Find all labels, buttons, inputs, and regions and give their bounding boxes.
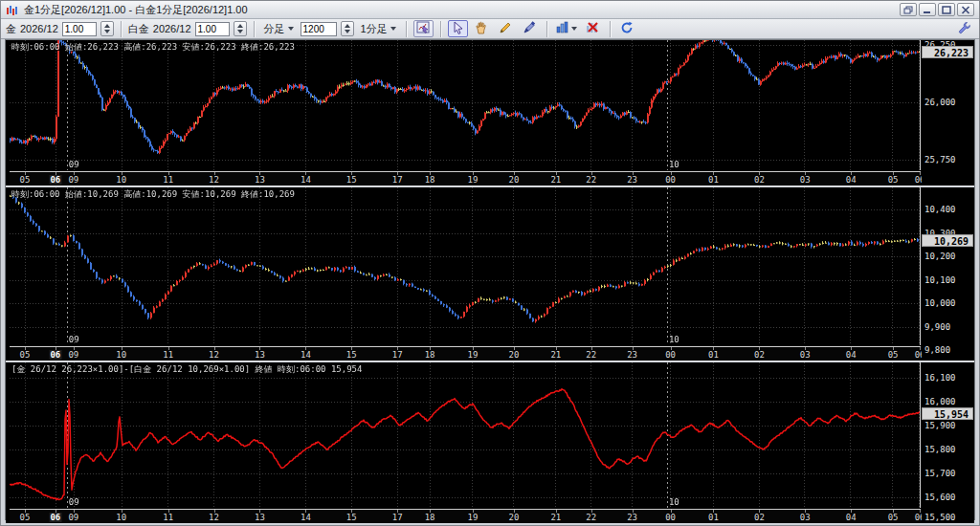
gold-time-axis[interactable]: 0506091011121314151718192021222300010203… — [10, 171, 921, 186]
time-axis-label: 02 — [754, 350, 765, 360]
toolbar: 金 2026/12 白金 2026/12 分足 1分足 — [1, 19, 979, 39]
last-price-badge: 26,223 — [922, 46, 973, 58]
time-axis-label: 18 — [425, 175, 435, 185]
marker-icon — [523, 21, 536, 37]
time-axis-label: 05 — [888, 513, 899, 522]
toolbar-separator — [121, 21, 122, 37]
price-axis-label: 10,100 — [924, 275, 956, 285]
toolbar-separator — [406, 21, 407, 37]
spread-line-canvas[interactable] — [10, 362, 920, 508]
time-axis-label: 11 — [163, 175, 173, 185]
bar-type-dropdown[interactable]: 分足 — [261, 21, 297, 37]
time-axis-label: 04 — [846, 175, 857, 185]
hand-icon — [475, 21, 488, 37]
minimize-button[interactable] — [919, 3, 936, 16]
time-axis-label: 17 — [392, 513, 403, 522]
time-axis-label: 21 — [550, 513, 561, 522]
time-axis-label: 01 — [708, 513, 719, 522]
timeframe-dropdown[interactable]: 1分足 — [358, 21, 399, 37]
gold-contract-label: 2026/12 — [20, 23, 58, 34]
time-axis-label: 13 — [255, 175, 265, 185]
close-button[interactable] — [957, 3, 974, 16]
time-axis-label: 10 — [116, 175, 126, 185]
toolbar-separator — [254, 21, 255, 37]
bar-count-input[interactable] — [301, 22, 337, 36]
last-price-badge: 10,269 — [922, 234, 973, 247]
time-axis-label: 10 — [116, 513, 126, 522]
gold-candlestick-canvas[interactable] — [10, 40, 920, 170]
platinum-candlestick-canvas[interactable] — [10, 187, 920, 345]
price-axis-label: 15,700 — [924, 469, 956, 478]
gold-chart-panel: 時刻:06:00 始値:26,223 高値:26,223 安値:26,223 終… — [6, 40, 974, 186]
time-axis-label: 19 — [468, 350, 479, 360]
time-axis-label: 00 — [665, 513, 676, 522]
region-zoom-button[interactable] — [413, 20, 434, 37]
platinum-symbol-label: 白金 — [128, 22, 149, 36]
chart-window: 金1分足[2026/12]1.00 - 白金1分足[2026/12]1.00 金… — [0, 0, 980, 526]
chart-style-button[interactable] — [554, 20, 579, 37]
time-axis-label: 09 — [68, 350, 78, 360]
gold-info-line: 時刻:06:00 始値:26,223 高値:26,223 安値:26,223 終… — [11, 41, 295, 54]
time-axis-label: 23 — [627, 350, 637, 360]
platinum-time-axis[interactable]: 0506091011121314151718192021222300010203… — [10, 346, 921, 361]
spread-price-axis[interactable]: 16,10016,00015,90015,80015,70015,60015,5… — [922, 362, 974, 523]
platinum-multiplier-input[interactable] — [195, 22, 230, 36]
platinum-multiplier-spinner[interactable] — [234, 21, 247, 36]
refresh-button[interactable] — [617, 20, 637, 37]
time-axis-label: 18 — [425, 350, 435, 360]
delete-indicator-button[interactable] — [583, 20, 603, 37]
time-axis-label: 12 — [209, 513, 219, 522]
price-axis-label: 10,200 — [924, 252, 956, 261]
gold-multiplier-spinner[interactable] — [100, 21, 114, 36]
refresh-icon — [620, 21, 634, 37]
wrench-icon — [958, 21, 971, 37]
time-axis-label: 18 — [425, 513, 435, 522]
toolbar-separator — [546, 21, 547, 37]
last-price-badge: 15,954 — [922, 407, 973, 420]
platinum-chart-panel: 時刻:06:00 始値:10,269 高値:10,269 安値:10,269 終… — [6, 187, 974, 361]
price-axis-label: 9,800 — [924, 345, 950, 355]
settings-button[interactable] — [954, 20, 974, 37]
price-axis-label: 15,800 — [924, 445, 956, 454]
time-axis-label: 03 — [800, 175, 811, 185]
timeframe-label: 1分足 — [361, 22, 388, 36]
time-axis-label: 14 — [301, 350, 311, 360]
spread-time-axis[interactable]: 0506091011121314151718192021222300010203… — [10, 509, 921, 523]
platinum-plot-area[interactable]: 時刻:06:00 始値:10,269 高値:10,269 安値:10,269 終… — [10, 187, 921, 345]
time-axis-label: 13 — [255, 350, 265, 360]
day-marker-label: 09 — [69, 160, 79, 169]
time-axis-label: 01 — [708, 175, 719, 185]
spread-plot-area[interactable]: [金 26/12 26,223×1.00]-[白金 26/12 10,269×1… — [10, 362, 921, 508]
day-marker-label: 10 — [669, 160, 679, 169]
time-axis-label: 12 — [209, 175, 219, 185]
platinum-contract-label: 2026/12 — [153, 23, 191, 34]
time-axis-label: 22 — [586, 350, 596, 360]
time-axis-label: 22 — [586, 175, 596, 185]
time-axis-label: 11 — [163, 513, 173, 522]
time-axis-label: 04 — [846, 350, 857, 360]
pencil-tool-button[interactable] — [496, 20, 516, 37]
gold-multiplier-input[interactable] — [62, 22, 97, 36]
time-axis-label: 22 — [586, 513, 596, 522]
time-axis-label: 02 — [754, 175, 765, 185]
pointer-tool-button[interactable] — [448, 20, 468, 37]
price-axis-label: 10,000 — [924, 298, 956, 308]
gold-plot-area[interactable]: 時刻:06:00 始値:26,223 高値:26,223 安値:26,223 終… — [10, 40, 921, 170]
time-axis-label: 00 — [665, 175, 676, 185]
platinum-price-axis[interactable]: 10,40010,30010,20010,10010,0009,9009,800… — [922, 187, 974, 361]
spread-info-line: [金 26/12 26,223×1.00]-[白金 26/12 10,269×1… — [11, 363, 362, 376]
titlebar[interactable]: 金1分足[2026/12]1.00 - 白金1分足[2026/12]1.00 — [1, 1, 979, 19]
app-icon — [6, 4, 19, 16]
gold-price-axis[interactable]: 26,25026,00025,75026,223 — [922, 40, 974, 186]
day-marker-label: 09 — [69, 335, 79, 344]
time-axis-label: 06 — [49, 175, 61, 185]
price-axis-label: 15,500 — [924, 513, 956, 522]
bar-count-spinner[interactable] — [341, 21, 354, 36]
time-axis-label: 05 — [20, 350, 31, 360]
time-axis-label: 23 — [627, 513, 637, 522]
maximize-button[interactable] — [938, 3, 955, 16]
float-window-button[interactable] — [900, 3, 917, 16]
marker-tool-button[interactable] — [520, 20, 540, 37]
hand-tool-button[interactable] — [472, 20, 492, 37]
pointer-icon — [452, 21, 464, 37]
